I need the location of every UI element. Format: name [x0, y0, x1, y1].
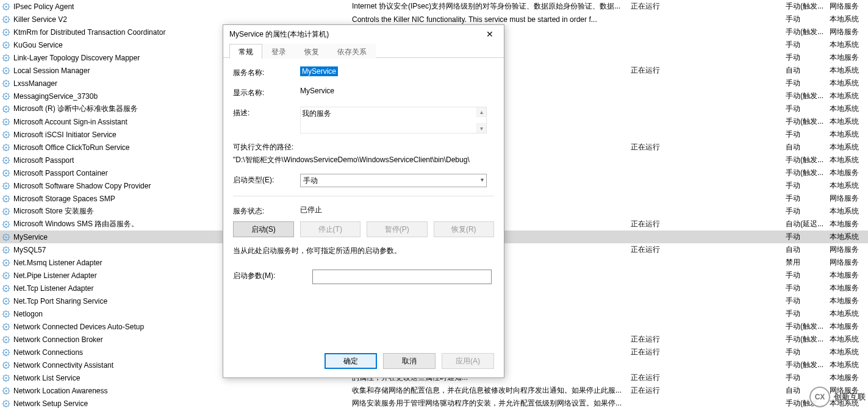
service-name: Network Connectivity Assistant [13, 361, 113, 370]
service-name: Microsoft Software Shadow Copy Provider [13, 182, 151, 190]
service-status: 正在运行 [631, 245, 786, 255]
service-logon: 本地系统 [830, 14, 868, 24]
service-name: Network Connections [13, 348, 83, 357]
gear-icon [1, 117, 11, 127]
svg-line-28 [3, 34, 4, 35]
svg-point-311 [5, 402, 7, 404]
svg-line-176 [3, 221, 4, 222]
service-description: Internet 协议安全(IPsec)支持网络级别的对等身份验证、数据原始身份… [352, 1, 631, 12]
svg-point-201 [5, 262, 7, 263]
ok-button[interactable]: 确定 [325, 353, 377, 369]
gear-icon [1, 348, 11, 357]
service-row[interactable]: Network Setup Service网络安装服务用于管理网络驱动程序的安装… [0, 397, 868, 410]
svg-line-137 [8, 175, 9, 176]
gear-icon [1, 220, 11, 229]
service-logon: 本地系统 [830, 155, 868, 165]
svg-line-48 [3, 60, 4, 60]
service-row[interactable]: IPsec Policy AgentInternet 协议安全(IPsec)支持… [0, 0, 868, 13]
svg-line-8 [3, 9, 4, 9]
tab-general[interactable]: 常规 [229, 44, 262, 59]
service-startup: 手动 [786, 40, 830, 50]
service-logon: 网络服务 [830, 27, 868, 37]
svg-line-58 [3, 73, 4, 73]
svg-line-127 [8, 162, 9, 163]
scroll-down-icon[interactable]: ▾ [476, 123, 486, 133]
gear-icon [1, 207, 11, 216]
gear-icon [1, 79, 11, 88]
tab-dependencies[interactable]: 依存关系 [328, 44, 376, 59]
service-row[interactable]: Network Location Awareness收集和存储网络的配置信息，并… [0, 384, 868, 397]
svg-line-237 [8, 303, 9, 304]
service-startup: 手动 [786, 52, 830, 63]
svg-point-21 [5, 31, 7, 33]
service-logon: 本地系统 [830, 309, 868, 319]
svg-line-318 [3, 406, 4, 406]
svg-line-108 [3, 137, 4, 137]
tab-logon[interactable]: 登录 [262, 44, 295, 59]
svg-line-67 [8, 85, 9, 86]
value-exe-path: "D:\智能柜文件\WindowsServiceDemo\WindowsServ… [233, 155, 494, 165]
cancel-button[interactable]: 取消 [383, 353, 436, 369]
service-row[interactable]: Killer Service V2Controls the Killer NIC… [0, 13, 868, 26]
service-startup: 手动 [786, 270, 830, 281]
service-startup: 手动(触发... [786, 360, 830, 370]
label-startup-params: 启动参数(M): [233, 270, 312, 284]
service-description: 收集和存储网络的配置信息，并在此信息被修改时向程序发出通知。如果停止此服... [352, 385, 631, 396]
service-name: KuGou Service [13, 41, 63, 49]
svg-line-39 [8, 42, 9, 43]
svg-line-38 [3, 47, 4, 48]
svg-line-189 [8, 234, 9, 235]
service-logon: 本地服务 [830, 168, 868, 178]
svg-line-129 [8, 157, 9, 158]
svg-line-278 [3, 354, 4, 355]
svg-line-109 [8, 132, 9, 132]
gear-icon [1, 53, 11, 63]
service-name: MySQL57 [13, 246, 46, 254]
service-status: 正在运行 [631, 65, 786, 76]
svg-point-181 [5, 236, 7, 238]
dialog-tabs: 常规 登录 恢复 依存关系 [223, 43, 504, 58]
svg-line-37 [8, 47, 9, 48]
gear-icon [1, 258, 11, 268]
service-name: Link-Layer Topology Discovery Mapper [13, 54, 140, 62]
service-logon: 网络服务 [830, 193, 868, 204]
svg-line-19 [8, 16, 9, 17]
service-startup: 自动(延迟... [786, 219, 830, 229]
service-name: Killer Service V2 [13, 15, 67, 24]
svg-line-47 [8, 60, 9, 60]
start-button[interactable]: 启动(S) [233, 221, 294, 237]
svg-line-86 [3, 106, 4, 107]
scroll-up-icon[interactable]: ▴ [476, 107, 486, 117]
service-startup: 手动 [786, 296, 830, 306]
service-logon: 网络服务 [830, 245, 868, 255]
service-logon: 本地系统 [830, 360, 868, 370]
svg-point-301 [5, 390, 7, 391]
svg-line-179 [8, 221, 9, 222]
service-startup: 手动(触发... [786, 91, 830, 101]
tab-recovery[interactable]: 恢复 [295, 44, 328, 59]
svg-line-29 [8, 29, 9, 30]
apply-button: 应用(A) [442, 353, 494, 369]
close-icon[interactable]: ✕ [476, 25, 504, 43]
chevron-down-icon: ▾ [481, 176, 484, 183]
svg-line-298 [3, 380, 4, 381]
service-name: Netlogon [13, 310, 43, 318]
service-startup: 手动 [786, 180, 830, 191]
startup-type-select[interactable]: 手动 ▾ [300, 174, 487, 187]
svg-point-11 [5, 18, 7, 20]
svg-line-217 [8, 277, 9, 278]
svg-line-316 [3, 401, 4, 401]
svg-line-88 [3, 111, 4, 112]
service-name: Microsoft Passport Container [13, 169, 108, 177]
service-name: Net.Msmq Listener Adapter [13, 259, 102, 267]
svg-point-281 [5, 364, 7, 366]
startup-params-input[interactable] [312, 270, 492, 284]
svg-line-98 [3, 124, 4, 124]
label-exe-path: 可执行文件的路径: [233, 142, 494, 152]
service-logon: 网络服务 [830, 1, 868, 12]
svg-line-287 [8, 367, 9, 368]
svg-line-136 [3, 170, 4, 171]
svg-point-71 [5, 95, 7, 97]
service-logon: 本地系统 [830, 78, 868, 88]
svg-point-291 [5, 377, 7, 379]
